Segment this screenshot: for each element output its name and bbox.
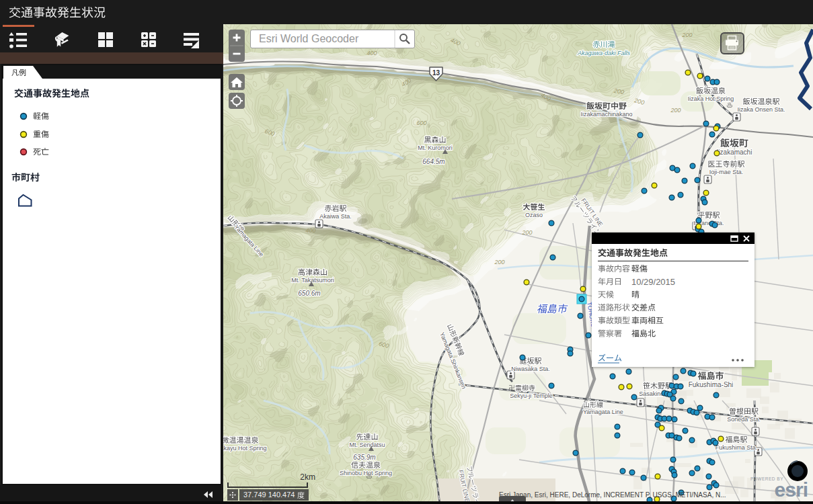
svg-text:Fukushima-Shi: Fukushima-Shi	[689, 381, 734, 388]
svg-text:13: 13	[432, 69, 440, 77]
svg-text:664.5m: 664.5m	[422, 158, 444, 165]
svg-text:Ozaso: Ozaso	[525, 212, 543, 218]
svg-text:Fukushima Sta.: Fukushima Sta.	[715, 444, 758, 451]
svg-text:Shinobu Hot Spring: Shinobu Hot Spring	[340, 470, 392, 476]
svg-text:Yamagata Line: Yamagata Line	[583, 409, 623, 415]
svg-text:Mt. Takatsumori: Mt. Takatsumori	[291, 277, 334, 284]
svg-text:200: 200	[681, 32, 692, 38]
svg-text:2km: 2km	[300, 472, 315, 482]
svg-text:Iizakamachi: Iizakamachi	[717, 149, 752, 156]
svg-text:akayu Hot Spring: akayu Hot Spring	[223, 445, 267, 452]
svg-text:400: 400	[305, 227, 315, 234]
svg-text:650.6m: 650.6m	[298, 290, 320, 297]
svg-text:635.9m: 635.9m	[353, 454, 375, 461]
svg-text:200: 200	[670, 107, 681, 114]
svg-text:Akaiwa Sta.: Akaiwa Sta.	[319, 213, 352, 220]
svg-text:200: 200	[521, 229, 532, 236]
svg-text:Iizaka Hot Spring: Iizaka Hot Spring	[688, 95, 734, 102]
svg-text:Mt. Kuromori: Mt. Kuromori	[418, 144, 453, 151]
svg-text:Niwasaka Sta.: Niwasaka Sta.	[511, 366, 550, 372]
svg-text:Ioji-mae Sta.: Ioji-mae Sta.	[709, 169, 744, 175]
svg-text:600: 600	[416, 120, 426, 126]
svg-text:Sekyu-ji Temple: Sekyu-ji Temple	[510, 392, 552, 399]
svg-text:200: 200	[494, 259, 504, 265]
svg-text:Akagawa-daki Falls: Akagawa-daki Falls	[577, 50, 631, 56]
svg-text:Iizakamachinakano: Iizakamachinakano	[580, 111, 632, 118]
svg-text:Mt. Sendatsu: Mt. Sendatsu	[349, 442, 385, 448]
svg-text:Iizaka Onsen Sta.: Iizaka Onsen Sta.	[737, 106, 785, 113]
svg-text:400: 400	[366, 50, 377, 56]
svg-text:10/29/2015: 10/29/2015	[631, 277, 675, 287]
svg-text:Soneda Sta.: Soneda Sta.	[727, 416, 761, 423]
